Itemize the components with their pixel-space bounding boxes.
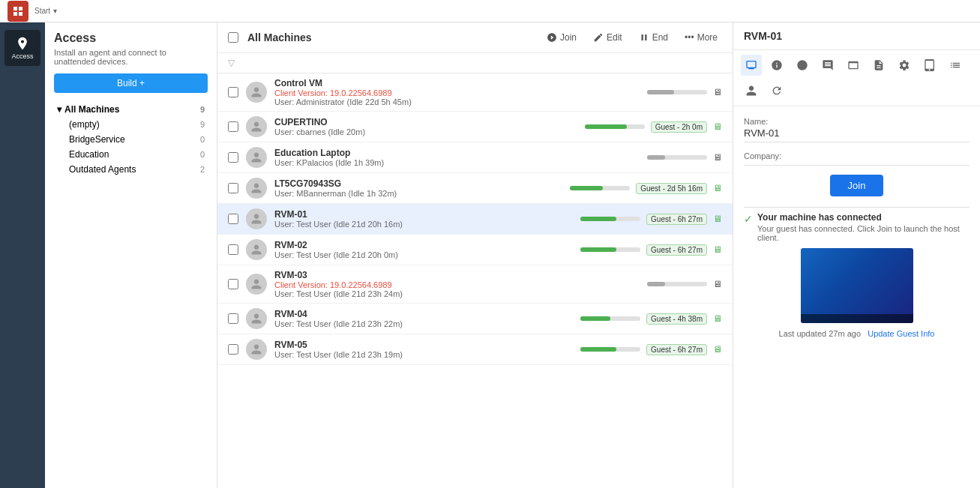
tab-window[interactable] [843, 55, 864, 76]
monitor-icon: 🖥 [713, 313, 722, 324]
machine-version: Client Version: 19.0.22564.6989 [274, 88, 640, 97]
last-updated: Last updated 27m ago Update Guest Info [744, 329, 970, 338]
tab-gear[interactable] [894, 55, 915, 76]
machine-user: User: Test User (Idle 21d 23h 22m) [274, 319, 573, 328]
tree-item-education[interactable]: Education 0 [66, 147, 208, 162]
machine-info: CUPERTINO User: cbarnes (Idle 20m) [274, 117, 577, 136]
filter-icon[interactable]: ▽ [228, 58, 235, 68]
machine-user: User: Test User (Idle 21d 23h 24m) [274, 289, 640, 298]
edit-button[interactable]: Edit [589, 30, 627, 45]
machine-info: RVM-04 User: Test User (Idle 21d 23h 22m… [274, 309, 573, 328]
svg-rect-2 [13, 12, 17, 16]
right-panel-body: Name: RVM-01 Company: Join ✓ Your machin… [733, 106, 980, 488]
tree-item-bridgeservice[interactable]: BridgeService 0 [66, 132, 208, 147]
machine-row[interactable]: RVM-02 User: Test User (Idle 21d 20h 0m)… [217, 235, 733, 265]
connected-message: ✓ Your machine has connected Your guest … [744, 212, 970, 242]
guest-badge: Guest - 2d 5h 16m [636, 183, 707, 194]
name-label: Name: [744, 117, 970, 126]
machine-row[interactable]: CUPERTINO User: cbarnes (Idle 20m) Guest… [217, 112, 733, 142]
machine-status: Guest - 2d 5h 16m 🖥 [570, 183, 722, 194]
more-dots: ••• [685, 32, 694, 43]
row-checkbox[interactable] [228, 244, 238, 255]
right-panel-title: RVM-01 [733, 22, 980, 50]
machine-name: Education Laptop [274, 148, 640, 158]
start-button[interactable]: Start ▾ [34, 7, 57, 15]
divider [744, 207, 970, 208]
machine-info: Education Laptop User: KPalacios (Idle 1… [274, 148, 640, 167]
tab-user[interactable] [741, 80, 762, 101]
machine-user: User: cbarnes (Idle 20m) [274, 127, 577, 136]
tree-item-outdated-agents[interactable]: Outdated Agents 2 [66, 162, 208, 177]
tab-list[interactable] [945, 55, 966, 76]
empty-count: 9 [200, 120, 205, 129]
tab-screen[interactable] [741, 55, 762, 76]
tab-file[interactable] [868, 55, 889, 76]
machine-row[interactable]: RVM-04 User: Test User (Idle 21d 23h 22m… [217, 304, 733, 334]
row-checkbox[interactable] [228, 183, 238, 193]
connected-subtitle: Your guest has connected. Click Join to … [757, 224, 970, 242]
monitor-icon: 🖥 [713, 152, 722, 163]
avatar [246, 178, 267, 199]
progress-bar [570, 186, 630, 190]
end-button[interactable]: End [634, 30, 673, 45]
machine-name: LT5CG70943SG [274, 178, 562, 189]
row-checkbox[interactable] [228, 87, 238, 97]
machine-row[interactable]: Control VM Client Version: 19.0.22564.69… [217, 73, 733, 112]
avatar [246, 147, 267, 168]
progress-bar [585, 124, 645, 129]
machine-name: RVM-03 [274, 270, 640, 280]
empty-label: (empty) [69, 119, 100, 130]
nav-item-access[interactable]: Access [4, 30, 40, 66]
bridgeservice-count: 0 [200, 135, 205, 144]
monitor-icon: 🖥 [713, 344, 722, 355]
tab-info[interactable] [766, 55, 787, 76]
machine-info: RVM-02 User: Test User (Idle 21d 20h 0m) [274, 240, 573, 259]
machine-row[interactable]: RVM-01 User: Test User (Idle 21d 20h 16m… [217, 204, 733, 235]
machines-header: All Machines Join Edit End ••• More [217, 22, 733, 53]
tab-tablet[interactable] [919, 55, 940, 76]
tree-item-empty[interactable]: (empty) 9 [66, 117, 208, 132]
machine-status: Guest - 4h 38m 🖥 [580, 313, 722, 325]
machine-name: RVM-05 [274, 340, 573, 350]
education-label: Education [69, 149, 109, 160]
check-icon: ✓ [744, 213, 753, 225]
top-bar: Start ▾ [0, 0, 980, 22]
join-button[interactable]: Join [542, 30, 581, 45]
guest-badge: Guest - 2h 0m [651, 121, 707, 133]
outdated-label: Outdated Agents [69, 164, 136, 175]
build-button[interactable]: Build + [54, 73, 208, 93]
machine-status: Guest - 6h 27m 🖥 [580, 344, 722, 355]
panel-join-button[interactable]: Join [830, 175, 884, 196]
row-checkbox[interactable] [228, 214, 238, 224]
update-guest-info-link[interactable]: Update Guest Info [868, 329, 934, 338]
machine-status: Guest - 2h 0m 🖥 [585, 121, 722, 133]
row-checkbox[interactable] [228, 121, 238, 132]
row-checkbox[interactable] [228, 344, 238, 355]
row-checkbox[interactable] [228, 279, 238, 289]
tab-chat[interactable] [817, 55, 838, 76]
sidebar: Access Install an agent and connect to u… [45, 22, 217, 488]
machine-row[interactable]: Education Laptop User: KPalacios (Idle 1… [217, 142, 733, 173]
machine-row[interactable]: RVM-05 User: Test User (Idle 21d 23h 19m… [217, 334, 733, 365]
outdated-count: 2 [200, 165, 205, 174]
machine-row[interactable]: LT5CG70943SG User: MBannerman (Idle 1h 3… [217, 173, 733, 204]
filter-row: ▽ [217, 53, 733, 73]
more-button[interactable]: ••• More [680, 30, 722, 45]
machine-status: 🖥 [647, 152, 722, 163]
svg-rect-1 [19, 7, 22, 10]
row-checkbox[interactable] [228, 313, 238, 324]
machine-status: Guest - 6h 27m 🖥 [580, 244, 722, 256]
tab-clock[interactable] [792, 55, 813, 76]
machine-info: RVM-01 User: Test User (Idle 21d 20h 16m… [274, 209, 573, 229]
machine-name: RVM-04 [274, 309, 573, 319]
tree-item-all-machines[interactable]: ▾ All Machines 9 [54, 102, 208, 117]
tab-refresh[interactable] [766, 80, 787, 101]
row-checkbox[interactable] [228, 152, 238, 163]
machine-row[interactable]: RVM-03 Client Version: 19.0.22564.6989 U… [217, 265, 733, 304]
select-all-checkbox[interactable] [228, 32, 238, 43]
avatar [246, 308, 267, 329]
name-field: Name: RVM-01 [744, 117, 970, 142]
end-icon [639, 32, 649, 43]
monitor-icon: 🖥 [713, 244, 722, 255]
end-label: End [652, 32, 668, 43]
